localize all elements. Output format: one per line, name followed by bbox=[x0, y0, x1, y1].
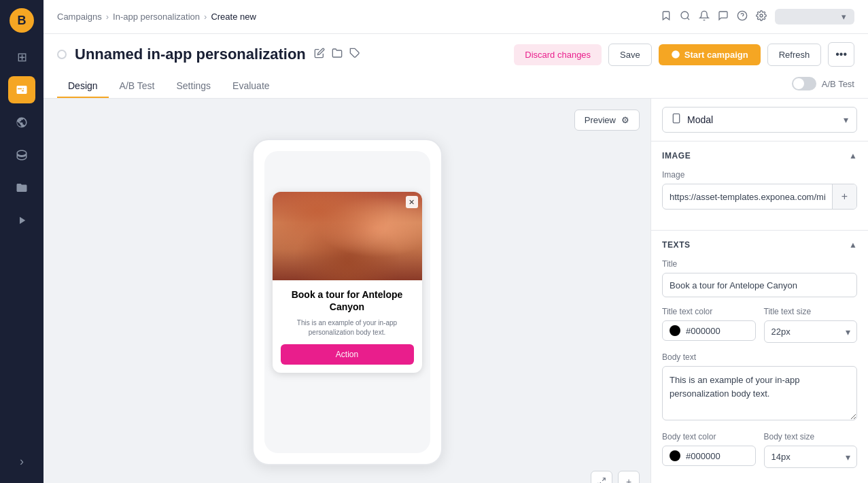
sidebar-item-media[interactable] bbox=[8, 207, 35, 234]
title-size-select-wrapper: 22px 14px 16px 18px 20px 24px bbox=[764, 320, 858, 343]
svg-rect-8 bbox=[673, 114, 679, 122]
save-button[interactable]: Save bbox=[608, 44, 652, 66]
modal-body: Book a tour for Antelope Canyon This is … bbox=[273, 280, 422, 373]
user-profile[interactable]: ▾ bbox=[775, 9, 854, 24]
ab-test-label: A/B Test bbox=[822, 79, 854, 89]
modal-body-text: This is an example of your in-app person… bbox=[281, 318, 414, 337]
title-color-label: Title text color bbox=[662, 307, 756, 316]
search-icon[interactable] bbox=[680, 10, 691, 24]
page-title: Unnamed in-app personalization bbox=[75, 46, 306, 63]
modal-type-dropdown-area: Modal ▾ bbox=[651, 99, 868, 141]
title-size-label: Title text size bbox=[764, 307, 858, 316]
image-url-input[interactable] bbox=[663, 186, 832, 207]
settings-icon[interactable] bbox=[756, 10, 767, 24]
modal-action-button[interactable]: Action bbox=[281, 344, 414, 365]
image-add-button[interactable]: + bbox=[832, 184, 856, 209]
user-chevron-icon: ▾ bbox=[841, 12, 846, 22]
toggle-knob bbox=[793, 78, 804, 89]
image-label: Image bbox=[662, 170, 857, 180]
texts-section-title: TEXTS bbox=[662, 240, 691, 250]
ab-test-toggle-area: A/B Test bbox=[792, 77, 854, 96]
title-color-field: Title text color bbox=[662, 307, 756, 343]
title-input[interactable] bbox=[662, 273, 857, 297]
sidebar-item-database[interactable] bbox=[8, 141, 35, 169]
modal-preview-card: ✕ Book a tour for Antelope Canyon This i… bbox=[273, 192, 422, 373]
refresh-button[interactable]: Refresh bbox=[767, 44, 822, 66]
bookmark-icon[interactable] bbox=[661, 10, 672, 24]
notification-icon[interactable] bbox=[699, 10, 710, 24]
title-color-input[interactable] bbox=[686, 326, 748, 336]
tab-evaluate[interactable]: Evaluate bbox=[222, 75, 280, 98]
modal-type-dropdown[interactable]: Modal ▾ bbox=[662, 107, 857, 133]
close-icon: ✕ bbox=[409, 198, 415, 207]
topbar: Campaigns › In-app personalization › Cre… bbox=[44, 0, 868, 34]
tab-ab-test[interactable]: A/B Test bbox=[109, 75, 166, 98]
title-color-input-wrapper[interactable] bbox=[662, 320, 756, 341]
edit-icon[interactable] bbox=[314, 48, 325, 61]
chat-icon[interactable] bbox=[718, 10, 729, 24]
image-section: IMAGE ▲ Image + bbox=[651, 141, 868, 231]
title-size-field: Title text size 22px 14px 16px 18px 20px… bbox=[764, 307, 858, 343]
logo-letter: B bbox=[18, 14, 27, 28]
more-options-button[interactable]: ••• bbox=[828, 42, 854, 67]
body-size-select-wrapper: 14px 12px 16px 18px bbox=[764, 446, 858, 468]
sidebar-item-dashboard[interactable]: ⊞ bbox=[8, 44, 35, 71]
phone-frame: ✕ Book a tour for Antelope Canyon This i… bbox=[252, 139, 442, 465]
resize-tool[interactable] bbox=[591, 471, 612, 483]
texts-section-header[interactable]: TEXTS ▲ bbox=[651, 231, 868, 259]
status-indicator bbox=[57, 50, 67, 59]
image-section-body: Image + bbox=[651, 170, 868, 230]
sidebar-expand-button[interactable]: › bbox=[8, 448, 35, 475]
svg-point-0 bbox=[681, 12, 689, 19]
tab-design[interactable]: Design bbox=[57, 75, 109, 98]
discard-changes-button[interactable]: Discard changes bbox=[514, 44, 602, 65]
title-field-label: Title bbox=[662, 259, 857, 269]
image-section-chevron-icon: ▲ bbox=[849, 151, 857, 161]
breadcrumb-inapp[interactable]: In-app personalization bbox=[113, 12, 200, 22]
body-color-swatch bbox=[670, 450, 680, 461]
preview-label: Preview bbox=[585, 115, 616, 125]
body-size-label: Body text size bbox=[764, 432, 858, 442]
body-text-label: Body text bbox=[662, 352, 857, 362]
help-icon[interactable] bbox=[737, 10, 748, 24]
ab-test-toggle[interactable] bbox=[792, 77, 816, 90]
start-campaign-button[interactable]: Start campaign bbox=[659, 44, 761, 65]
right-panel: Modal ▾ IMAGE ▲ Image bbox=[650, 99, 868, 483]
image-url-field: Image + bbox=[662, 170, 857, 210]
modal-title: Book a tour for Antelope Canyon bbox=[281, 288, 414, 313]
tag-icon[interactable] bbox=[349, 48, 360, 61]
canvas-bottom-tools: + bbox=[54, 471, 640, 483]
breadcrumb-campaigns[interactable]: Campaigns bbox=[57, 12, 102, 22]
preview-button[interactable]: Preview ⚙ bbox=[574, 110, 640, 131]
app-logo[interactable]: B bbox=[10, 8, 34, 33]
modal-type-label: Modal bbox=[687, 114, 713, 125]
user-name bbox=[783, 12, 837, 22]
sidebar: B ⊞ › bbox=[0, 0, 44, 483]
body-color-label: Body text color bbox=[662, 432, 756, 442]
body-color-input[interactable] bbox=[686, 451, 748, 461]
sidebar-item-analytics[interactable] bbox=[8, 109, 35, 136]
zoom-tool[interactable]: + bbox=[618, 471, 640, 483]
modal-image: ✕ bbox=[273, 192, 422, 280]
image-section-title: IMAGE bbox=[662, 151, 691, 161]
body-color-input-wrapper[interactable] bbox=[662, 446, 756, 466]
header-edit-icons bbox=[314, 48, 360, 61]
image-url-input-wrapper: + bbox=[662, 184, 857, 210]
body-color-size-row: Body text color Body text size bbox=[662, 432, 857, 478]
title-size-select[interactable]: 22px 14px 16px 18px 20px 24px bbox=[764, 320, 858, 343]
breadcrumb: Campaigns › In-app personalization › Cre… bbox=[57, 12, 655, 22]
svg-line-6 bbox=[602, 478, 605, 481]
modal-close-button[interactable]: ✕ bbox=[406, 196, 418, 208]
body-text-input[interactable]: This is an example of your in-app person… bbox=[662, 366, 857, 420]
page-header: Unnamed in-app personalization Discard c… bbox=[44, 34, 868, 99]
preview-settings-icon[interactable]: ⚙ bbox=[621, 115, 629, 125]
sidebar-item-campaigns[interactable] bbox=[8, 76, 35, 103]
texts-section-chevron-icon: ▲ bbox=[849, 240, 857, 250]
dropdown-chevron-icon: ▾ bbox=[844, 114, 848, 125]
image-section-header[interactable]: IMAGE ▲ bbox=[651, 141, 868, 170]
tab-settings[interactable]: Settings bbox=[165, 75, 222, 98]
folder-icon[interactable] bbox=[332, 48, 343, 61]
sidebar-item-folders[interactable] bbox=[8, 174, 35, 201]
body-size-select[interactable]: 14px 12px 16px 18px bbox=[764, 446, 858, 468]
start-campaign-label: Start campaign bbox=[684, 50, 748, 60]
